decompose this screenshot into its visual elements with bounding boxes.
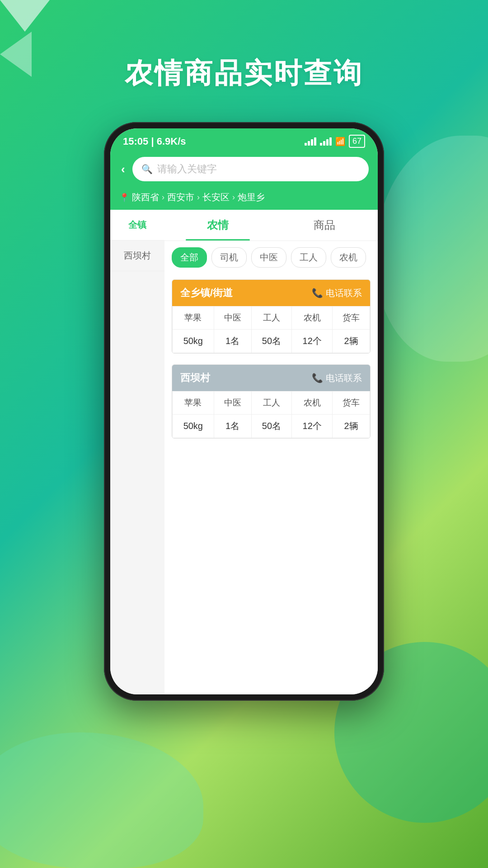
tab-shangpin[interactable]: 商品 bbox=[271, 210, 378, 241]
phone-mockup: 15:05 | 6.9K/s bbox=[104, 122, 384, 701]
col-0-1: 中医 bbox=[214, 307, 251, 330]
search-icon: 🔍 bbox=[141, 164, 153, 175]
table-row-data-0: 50kg 1名 50名 12个 2辆 bbox=[173, 330, 370, 353]
sidebar-item-quanzhen[interactable]: 全镇 bbox=[110, 210, 164, 241]
tabs: 农情 商品 bbox=[164, 210, 378, 241]
phone-icon-1: 📞 bbox=[312, 373, 323, 383]
val-0-0: 50kg bbox=[173, 330, 214, 353]
status-bar: 15:05 | 6.9K/s bbox=[110, 128, 378, 152]
filter-bar: 全部 司机 中医 工人 农机 bbox=[164, 241, 378, 274]
val-0-4: 2辆 bbox=[333, 330, 370, 353]
val-0-2: 50名 bbox=[251, 330, 292, 353]
bg-decoration-blob-left bbox=[0, 732, 203, 868]
col-1-1: 中医 bbox=[214, 392, 251, 415]
status-time: 15:05 | 6.9K/s bbox=[123, 136, 186, 147]
tab-nongqing[interactable]: 农情 bbox=[164, 210, 271, 241]
breadcrumb-sep-2: › bbox=[232, 193, 235, 202]
sidebar-item-xibacun[interactable]: 西坝村 bbox=[110, 241, 164, 271]
table-row-data-1: 50kg 1名 50名 12个 2辆 bbox=[173, 415, 370, 438]
wifi-icon: 📶 bbox=[335, 137, 345, 146]
signal-icon-1 bbox=[305, 137, 316, 146]
search-area: ‹ 🔍 请输入关键字 bbox=[110, 152, 378, 188]
filter-btn-zhongyi[interactable]: 中医 bbox=[251, 247, 286, 268]
filter-btn-nongjin[interactable]: 农机 bbox=[331, 247, 366, 268]
val-1-2: 50名 bbox=[251, 415, 292, 438]
bg-decoration-triangle-top bbox=[0, 0, 50, 32]
phone-outer-frame: 15:05 | 6.9K/s bbox=[104, 122, 384, 701]
data-table-1: 苹果 中医 工人 农机 货车 50kg 1名 50名 12个 bbox=[172, 391, 370, 438]
status-icons: 📶 67 bbox=[305, 135, 365, 148]
phone-icon-0: 📞 bbox=[312, 288, 323, 298]
col-0-0: 苹果 bbox=[173, 307, 214, 330]
page-title: 农情商品实时查询 bbox=[0, 54, 488, 92]
card-title-1: 西坝村 bbox=[180, 371, 210, 385]
card-header-0: 全乡镇/街道 📞 电话联系 bbox=[172, 280, 370, 306]
data-card-1: 西坝村 📞 电话联系 苹果 中医 工人 农机 bbox=[172, 364, 371, 439]
breadcrumb-item-0[interactable]: 陕西省 bbox=[132, 191, 159, 203]
filter-btn-gongren[interactable]: 工人 bbox=[291, 247, 326, 268]
val-1-4: 2辆 bbox=[333, 415, 370, 438]
back-button[interactable]: ‹ bbox=[119, 160, 127, 178]
card-phone-1[interactable]: 📞 电话联系 bbox=[312, 372, 362, 384]
filter-btn-siji[interactable]: 司机 bbox=[211, 247, 247, 268]
breadcrumb: 📍 陕西省 › 西安市 › 长安区 › 炮里乡 bbox=[110, 188, 378, 210]
col-1-4: 货车 bbox=[333, 392, 370, 415]
main-content: 农情 商品 全部 司机 bbox=[164, 210, 378, 694]
val-0-1: 1名 bbox=[214, 330, 251, 353]
breadcrumb-item-3[interactable]: 炮里乡 bbox=[238, 191, 265, 203]
data-card-0: 全乡镇/街道 📞 电话联系 苹果 中医 工人 农机 bbox=[172, 279, 371, 354]
card-header-1: 西坝村 📞 电话联系 bbox=[172, 365, 370, 391]
breadcrumb-sep-0: › bbox=[162, 193, 164, 202]
sidebar: 全镇 西坝村 bbox=[110, 210, 164, 694]
val-1-0: 50kg bbox=[173, 415, 214, 438]
bg-decoration-blob-right bbox=[375, 136, 488, 362]
val-1-3: 12个 bbox=[292, 415, 333, 438]
breadcrumb-item-2[interactable]: 长安区 bbox=[202, 191, 230, 203]
content-area: 全镇 西坝村 农情 商品 bbox=[110, 210, 378, 694]
location-icon: 📍 bbox=[119, 193, 129, 203]
col-0-3: 农机 bbox=[292, 307, 333, 330]
col-1-3: 农机 bbox=[292, 392, 333, 415]
filter-btn-all[interactable]: 全部 bbox=[172, 247, 207, 268]
search-box[interactable]: 🔍 请输入关键字 bbox=[132, 157, 369, 181]
data-table-0: 苹果 中医 工人 农机 货车 50kg 1名 50名 12个 bbox=[172, 306, 370, 353]
card-title-0: 全乡镇/街道 bbox=[180, 286, 233, 300]
battery-indicator: 67 bbox=[349, 135, 365, 148]
table-row-header-0: 苹果 中医 工人 农机 货车 bbox=[173, 307, 370, 330]
col-1-0: 苹果 bbox=[173, 392, 214, 415]
search-input[interactable]: 请输入关键字 bbox=[157, 162, 217, 176]
col-0-4: 货车 bbox=[333, 307, 370, 330]
card-phone-0[interactable]: 📞 电话联系 bbox=[312, 287, 362, 299]
signal-icon-2 bbox=[320, 137, 332, 146]
col-1-2: 工人 bbox=[251, 392, 292, 415]
val-1-1: 1名 bbox=[214, 415, 251, 438]
breadcrumb-item-1[interactable]: 西安市 bbox=[167, 191, 194, 203]
phone-screen: 15:05 | 6.9K/s bbox=[110, 128, 378, 694]
val-0-3: 12个 bbox=[292, 330, 333, 353]
col-0-2: 工人 bbox=[251, 307, 292, 330]
breadcrumb-sep-1: › bbox=[197, 193, 200, 202]
table-row-header-1: 苹果 中医 工人 农机 货车 bbox=[173, 392, 370, 415]
